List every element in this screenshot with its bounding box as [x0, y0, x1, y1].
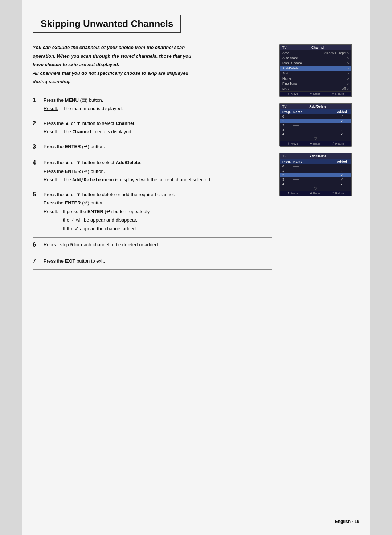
step-4: 4 Press the ▲ or ▼ button to select Add/…: [33, 155, 272, 187]
tv-menu-sort: Sort ▷: [280, 71, 351, 76]
step-2-content: Press the ▲ or ▼ button to select Channe…: [44, 120, 272, 135]
step-7-content: Press the EXIT button to exit.: [44, 258, 272, 266]
step-3: 3 Press the ENTER (↵) button.: [33, 139, 272, 156]
tv-s2-row-2: 2 -----: [280, 123, 351, 127]
left-column: You can exclude the channels of your cho…: [33, 44, 272, 270]
tv-screen-2: TV Add/Delete Prog. Name Added 0 ----- ✓: [279, 103, 352, 147]
intro-line5: during scanning.: [33, 78, 272, 85]
step-1-result-label: Result:: [44, 105, 60, 112]
step-5-result-line2: the ✓ will be appear and disappear.: [63, 216, 151, 224]
tv-s2-row-3: 3 ----- ✓: [280, 127, 351, 132]
step-2-result-label: Result:: [44, 128, 60, 135]
step-5-number: 5: [33, 191, 39, 198]
step-2-result: Result: The Channel menu is displayed.: [44, 128, 272, 135]
step-4-number: 4: [33, 159, 39, 166]
step-3-number: 3: [33, 143, 39, 150]
step-6-instruction: Repeat step 5 for each channel to be del…: [44, 241, 272, 248]
step-2-number: 2: [33, 120, 39, 127]
tv-screen-3-header: TV Add/Delete: [280, 153, 351, 159]
step-3-content: Press the ENTER (↵) button.: [44, 143, 272, 152]
tv-screen-2-title: Add/Delete: [287, 105, 349, 108]
tv-menu-fine-tune: Fine Tune ▷: [280, 81, 351, 86]
step-5-result: Result: If press the ENTER (↵) button re…: [44, 208, 272, 234]
step-4-content: Press the ▲ or ▼ button to select Add/De…: [44, 159, 272, 183]
tv-s3-row-0: 0 -----: [280, 164, 351, 169]
step-5: 5 Press the ▲ or ▼ button to delete or a…: [33, 187, 272, 238]
intro-line4: All channels that you do not specificall…: [33, 70, 272, 77]
tv-screen-1: TV Channel Area : Asia/W.Europe ▷ Auto S…: [279, 44, 352, 97]
step-1-content: Press the MENU (▤) button. Result: The m…: [44, 97, 272, 112]
tv-screen-1-tv-label: TV: [282, 46, 287, 49]
page-number: English - 19: [335, 519, 359, 524]
intro-line1: You can exclude the channels of your cho…: [33, 44, 272, 51]
tv-menu-manual-store: Manual Store ▷: [280, 61, 351, 66]
step-4-instruction: Press the ▲ or ▼ button to select Add/De…: [44, 159, 272, 166]
tv-screen-3-body: Prog. Name Added 0 ----- 1 ----- ✓: [280, 159, 351, 191]
tv-screen-2-body: Prog. Name Added 0 ----- ✓ 1 ----- ✓: [280, 109, 351, 141]
tv-s2-row-4: 4 ----- ✓: [280, 132, 351, 136]
main-content: Skipping Unwanted Channels You can exclu…: [22, 0, 370, 535]
step-1-instruction: Press the MENU (▤) button.: [44, 97, 272, 104]
steps-container: 1 Press the MENU (▤) button. Result: The…: [33, 93, 272, 270]
tv-s2-row-1: 1 ----- ✓: [280, 119, 351, 123]
tv-screen-3-footer: ⇕ Move ↵ Enter ⏎ Return: [280, 191, 351, 196]
step-5-result-line3: If the ✓ appear, the channel added.: [63, 225, 151, 232]
intro-line2: operation. When you scan through the sto…: [33, 53, 272, 60]
step-5-result-label: Result:: [44, 208, 60, 215]
tv-screen-3-table-header: Prog. Name Added: [280, 159, 351, 164]
step-1-number: 1: [33, 97, 39, 104]
intro-text: You can exclude the channels of your cho…: [33, 44, 272, 85]
step-7-number: 7: [33, 258, 39, 264]
right-margin: [370, 0, 392, 535]
step-5-result-line1: If press the ENTER (↵) button repeatedly…: [63, 208, 151, 215]
step-2-instruction: Press the ▲ or ▼ button to select Channe…: [44, 120, 272, 127]
tv-s2-scroll-indicator: ▽: [280, 136, 351, 141]
step-4-result: Result: The Add/Delete menu is displayed…: [44, 176, 272, 183]
tv-s3-scroll-indicator: ▽: [280, 186, 351, 191]
step-5-result-lines: If press the ENTER (↵) button repeatedly…: [63, 208, 151, 234]
tv-screen-3-title: Add/Delete: [287, 154, 349, 158]
step-1-result-text: The main menu is displayed.: [63, 105, 123, 112]
page-footer: English - 19: [335, 519, 359, 524]
tv-s3-row-4: 4 ----- ✓: [280, 182, 351, 186]
step-6-content: Repeat step 5 for each channel to be del…: [44, 241, 272, 250]
step-6-number: 6: [33, 241, 39, 248]
tv-menu-add-delete: Add/Delete ▷: [280, 66, 351, 71]
right-column: TV Channel Area : Asia/W.Europe ▷ Auto S…: [279, 44, 359, 270]
page-title: Skipping Unwanted Channels: [41, 18, 173, 29]
tv-screen-1-body: Area : Asia/W.Europe ▷ Auto Store ▷ Manu…: [280, 50, 351, 91]
tv-screen-1-title: Channel: [287, 46, 349, 49]
tv-menu-name: Name ▷: [280, 76, 351, 81]
tv-s3-row-1: 1 ----- ✓: [280, 169, 351, 173]
tv-screen-1-footer: ⇕ Move ↵ Enter ⏎ Return: [280, 91, 351, 96]
tv-screen-2-header: TV Add/Delete: [280, 104, 351, 109]
step-4-result-label: Result:: [44, 176, 60, 183]
step-5-instruction: Press the ▲ or ▼ button to delete or add…: [44, 191, 272, 198]
step-4-result-text: The Add/Delete menu is displayed with th…: [63, 176, 211, 183]
page-container: Skipping Unwanted Channels You can exclu…: [0, 0, 392, 535]
tv-menu-auto-store: Auto Store ▷: [280, 56, 351, 61]
tv-screen-3-tv-label: TV: [282, 154, 287, 158]
step-7-instruction: Press the EXIT button to exit.: [44, 258, 272, 265]
tv-s2-row-0: 0 ----- ✓: [280, 114, 351, 119]
step-5-content: Press the ▲ or ▼ button to delete or add…: [44, 191, 272, 234]
step-1: 1 Press the MENU (▤) button. Result: The…: [33, 93, 272, 116]
tv-screen-2-footer: ⇕ Move ↵ Enter ⏎ Return: [280, 141, 351, 146]
tv-menu-area: Area : Asia/W.Europe ▷: [280, 50, 351, 56]
step-1-result: Result: The main menu is displayed.: [44, 105, 272, 112]
step-2: 2 Press the ▲ or ▼ button to select Chan…: [33, 116, 272, 139]
tv-screen-2-table-header: Prog. Name Added: [280, 109, 351, 114]
step-5-instruction2: Press the ENTER (↵) button.: [44, 199, 272, 207]
tv-s3-row-3: 3 ----- ✓: [280, 177, 351, 182]
title-box: Skipping Unwanted Channels: [33, 15, 181, 33]
tv-screen-1-header: TV Channel: [280, 45, 351, 50]
step-6: 6 Repeat step 5 for each channel to be d…: [33, 238, 272, 254]
step-2-result-text: The Channel menu is displayed.: [63, 128, 132, 135]
tv-screen-3: TV Add/Delete Prog. Name Added 0 -----: [279, 153, 352, 196]
content-columns: You can exclude the channels of your cho…: [33, 44, 359, 270]
tv-screen-2-tv-label: TV: [282, 105, 287, 108]
tv-s3-row-2: 2 ----- ✓: [280, 173, 351, 177]
step-4-instruction2: Press the ENTER (↵) button.: [44, 168, 272, 175]
step-3-instruction: Press the ENTER (↵) button.: [44, 143, 272, 150]
tv-menu-lna: LNA : Off ▷: [280, 86, 351, 91]
